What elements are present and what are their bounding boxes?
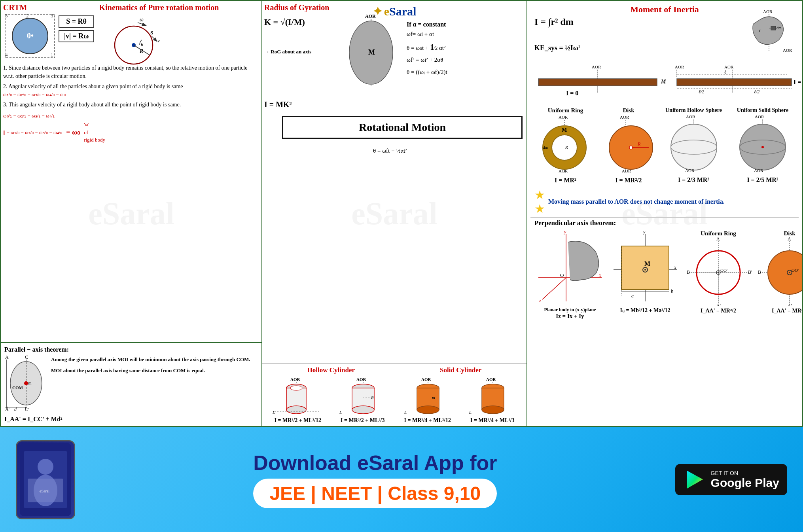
planar-body-label: Planar body in (x-y)plane xyxy=(534,307,606,313)
content-area: eSaral CRTM 0• 2 3 1 4 3 xyxy=(0,0,803,427)
omega-equations: ω₀/₁ = ω₂/₁ = ω₃/₁ = ω₄/₁ || = ω₁/₀ = ω₂… xyxy=(3,112,259,144)
svg-text:ℓ: ℓ xyxy=(724,69,726,75)
moving-mass-note: ★ ★ Moving mass parallel to AOR does not… xyxy=(530,186,799,218)
disk-svg: AOR R AOR xyxy=(600,114,657,175)
v-formula-box: |v| = Rω xyxy=(59,30,94,42)
svg-point-46 xyxy=(352,406,374,414)
ring-perp-section: Uniform Ring A A' B B' xyxy=(685,230,752,314)
right-top-section: Moment of Inertia I = ∫r² dm AOR dm xyxy=(530,4,799,218)
svg-text:M: M xyxy=(368,48,375,56)
crtm-svg: 0• 2 3 1 4 3 xyxy=(3,12,57,60)
svg-text:AOR: AOR xyxy=(421,377,432,382)
hollow-cyl-svg1: AOR L xyxy=(271,376,324,416)
rog-title: Radius of Gyration xyxy=(264,3,329,12)
kinematics-section: Kinematics of Pure rotation motion S = R… xyxy=(59,3,259,68)
download-title: Download eSaral App for xyxy=(253,451,497,475)
moving-mass-text: Moving mass parallel to AOR does not cha… xyxy=(548,198,725,205)
omega-parallel: || = ω₁/₀ = ω₂/₀ = ω₃/₀ = ω₄/₀ xyxy=(3,129,62,136)
hcyl-f2: I = MR²/2 + ML²/3 xyxy=(341,417,384,424)
parallel-svg: A A' C C' m COM d xyxy=(4,356,48,411)
svg-text:z: z xyxy=(539,298,541,303)
rotation-circle-diagram: ω S v xyxy=(102,15,165,68)
crtm-label: CRTM xyxy=(3,3,27,12)
svg-text:AOR: AOR xyxy=(365,13,376,19)
svg-text:B: B xyxy=(758,269,761,275)
parallel-axis-title: Parallel − axis theorem: xyxy=(4,346,258,353)
cylinder-diagrams: AOR L AOR xyxy=(265,376,524,416)
disk-title: Disk xyxy=(600,107,657,114)
play-triangle-icon xyxy=(683,469,705,490)
svg-text:dm: dm xyxy=(776,26,782,30)
svg-text:m: m xyxy=(432,395,435,400)
svg-text:AOR: AOR xyxy=(592,64,601,69)
kinematics-title: Kinematics of Pure rotation motion xyxy=(59,3,259,12)
svg-text:4: 4 xyxy=(5,52,8,58)
svg-point-140 xyxy=(718,272,719,273)
svg-text:M: M xyxy=(644,260,650,267)
parallel-axis-diagram: A A' C C' m COM d xyxy=(4,356,48,413)
iz-box-formula: Iᵤ = Mb²/12 + Ma²/12 xyxy=(610,307,681,314)
imk2-formula: I = MK² xyxy=(264,100,292,109)
svg-text:ω: ω xyxy=(140,17,144,23)
svg-text:A': A' xyxy=(5,407,9,411)
ring-formula: I = MR² xyxy=(534,177,597,184)
omega-eq2: ω₀/₁ = ω₂/₁ = ω₃/₁ = ω₄/₁ xyxy=(3,112,259,120)
svg-text:3: 3 xyxy=(51,13,53,19)
star1: ★ xyxy=(534,188,545,202)
hollow-sphere-formula: I = 2/3 MR² xyxy=(660,176,727,184)
ring-aa-formula: I_AA' = MR²/2 xyxy=(685,308,752,314)
svg-text:r: r xyxy=(759,28,761,33)
svg-rect-65 xyxy=(771,26,776,30)
s-formula-box: S = Rθ xyxy=(59,15,94,28)
if-alpha-label: If α = constant xyxy=(407,21,446,28)
svg-text:eSaral: eSaral xyxy=(40,489,49,493)
parallel-axis-section: Parallel − axis theorem: A A' xyxy=(1,342,261,426)
gyration-svg: AOR M xyxy=(341,13,401,92)
svg-text:b: b xyxy=(671,288,673,294)
hollow-cyl-svg2: AOR R L xyxy=(337,376,389,416)
svg-text:R: R xyxy=(139,48,143,54)
svg-text:AOR: AOR xyxy=(724,64,734,69)
svg-text:x: x xyxy=(674,265,676,270)
disk-perp-section: Disk A A' B B' xyxy=(756,230,802,314)
google-play-button[interactable]: GET IT ON Google Play xyxy=(675,464,787,495)
scyl-f2: I = MR²/4 + ML²/3 xyxy=(470,417,514,424)
svg-point-54 xyxy=(417,406,439,414)
eq2-label: θ = ω₀t + 1⁄2 αt² xyxy=(407,43,445,52)
svg-point-154 xyxy=(38,459,53,475)
svg-text:C: C xyxy=(25,356,28,360)
eq3-label: ωf² = ωi² + 2αθ xyxy=(407,57,443,63)
middle-panel: eSaral ✦ eSaral If α = constant ωf= ωi +… xyxy=(262,1,527,426)
svg-text:a: a xyxy=(631,293,634,299)
svg-text:COM: COM xyxy=(12,385,23,390)
svg-text:2: 2 xyxy=(26,13,29,19)
planar-body-section: y x z O Planar body in (x-y) xyxy=(534,230,606,320)
svg-text:L: L xyxy=(339,410,342,415)
gyration-diagram: AOR M xyxy=(341,13,401,92)
svg-text:C': C' xyxy=(25,407,29,411)
svg-text:S: S xyxy=(150,30,153,36)
play-text-top: GET IT ON xyxy=(711,470,779,476)
svg-text:O: O xyxy=(560,272,564,278)
watermark-left: eSaral xyxy=(88,196,174,232)
download-left: eSaral xyxy=(16,440,75,519)
svg-text:A: A xyxy=(716,237,720,242)
point2-text: 2. Angular velocity of all the particles… xyxy=(3,82,259,91)
eq5-label: θ = ωft − ½αt² xyxy=(373,148,407,154)
svg-text:0•: 0• xyxy=(27,31,34,40)
perp-axis-title: Perpendicular axis theorem: xyxy=(530,218,799,228)
jee-neet-text: JEE | NEET | Class 9,10 xyxy=(269,483,481,504)
svg-text:R: R xyxy=(637,141,641,147)
solid-cyl-title: Solid Cylinder xyxy=(440,366,481,374)
rod-diagrams: AOR M I = 0 AOR xyxy=(534,64,795,101)
box-svg: y x M b xyxy=(610,230,681,305)
svg-text:OO': OO' xyxy=(792,268,799,273)
svg-line-9 xyxy=(138,23,146,25)
solid-cyl-svg2: AOR L xyxy=(467,376,519,416)
left-body-text: 1. Since distance between two particles … xyxy=(3,64,259,144)
scyl-f1: I = MR²/4 + ML²/12 xyxy=(404,417,451,424)
left-panel: eSaral CRTM 0• 2 3 1 4 3 xyxy=(1,1,262,426)
play-text-container: GET IT ON Google Play xyxy=(711,470,779,490)
svg-text:AOR: AOR xyxy=(559,168,568,173)
box-3d-section: y x M b xyxy=(610,230,681,314)
